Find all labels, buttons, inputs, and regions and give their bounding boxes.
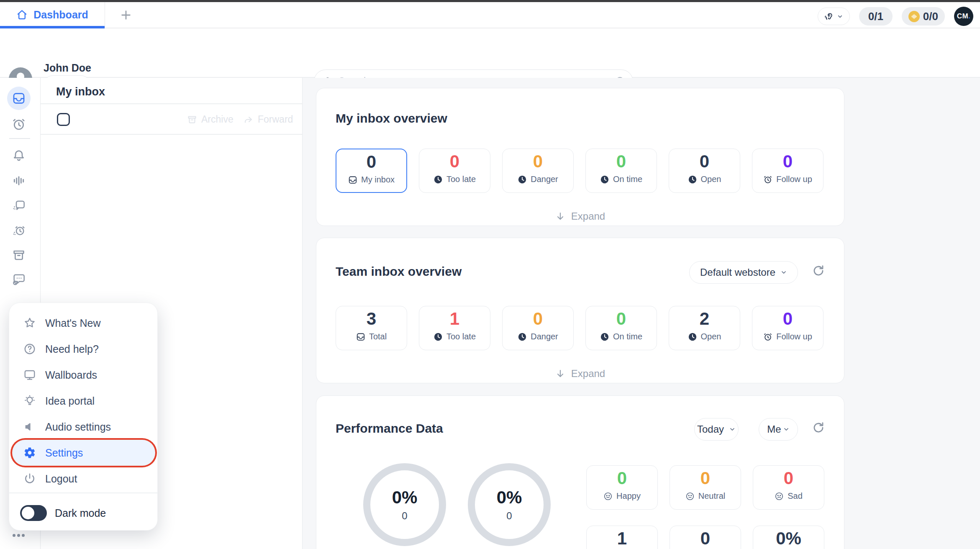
- agent-filter-dropdown[interactable]: Me: [759, 418, 798, 441]
- stat-card-too-late[interactable]: 1Too late: [419, 306, 490, 350]
- refresh-button[interactable]: [812, 264, 825, 277]
- archive-icon: [187, 115, 197, 125]
- meh-icon: [685, 492, 695, 501]
- period-filter-dropdown[interactable]: Today: [694, 418, 739, 441]
- performance-gauge: 0% 0: [468, 463, 551, 546]
- chevron-down-icon: [837, 13, 843, 20]
- stat-card-archived[interactable]: 1Archived: [586, 526, 658, 549]
- sidebar-wave-icon[interactable]: [10, 172, 28, 190]
- sidebar-archive-icon[interactable]: [10, 246, 28, 264]
- team-inbox-overview-card: Team inbox overview Default webstore 3To…: [316, 238, 844, 383]
- stat-card-too-late[interactable]: 0Too late: [419, 149, 490, 193]
- stat-card-on-time[interactable]: 0On time: [585, 149, 657, 193]
- section-title: My inbox overview: [336, 111, 447, 126]
- stat-label: Sad: [788, 491, 803, 501]
- clock-icon: [518, 332, 527, 341]
- home-icon: [16, 9, 28, 21]
- expand-button[interactable]: Expand: [316, 368, 844, 380]
- sidebar-alarm-icon[interactable]: [10, 115, 28, 133]
- forward-button[interactable]: Forward: [244, 104, 293, 135]
- sound-counter-badge[interactable]: 0/0: [902, 7, 945, 26]
- stat-card-follow-up[interactable]: 0Follow up: [752, 149, 824, 193]
- sidebar-inbox-icon[interactable]: [7, 87, 31, 110]
- stat-value: 0: [587, 469, 657, 487]
- listening-mode-dropdown[interactable]: [818, 8, 850, 25]
- stat-card-danger[interactable]: 0Danger: [502, 149, 574, 193]
- forward-label: Forward: [258, 114, 293, 125]
- stat-value: 0: [753, 469, 824, 487]
- power-icon: [23, 472, 36, 485]
- chevron-down-icon: [729, 426, 736, 433]
- dark-mode-toggle[interactable]: [20, 505, 47, 521]
- menu-item-what-s-new[interactable]: What's New: [9, 310, 157, 336]
- stat-card-sad[interactable]: 0Sad: [753, 465, 824, 510]
- gauge-count: 0: [506, 510, 512, 522]
- sidebar-more-button[interactable]: [13, 534, 25, 537]
- stat-card-open[interactable]: 0Open: [669, 149, 740, 193]
- agent-filter-label: Me: [767, 423, 781, 435]
- performance-data-card: Performance Data Today Me 0% 0 0% 0 0Hap…: [316, 395, 844, 549]
- stat-label: Too late: [446, 332, 476, 341]
- stat-value: 0: [586, 310, 657, 328]
- account-avatar[interactable]: CM.: [954, 7, 973, 26]
- stat-card-total[interactable]: 3Total: [336, 306, 407, 350]
- new-tab-button[interactable]: [118, 7, 134, 23]
- stat-card-danger[interactable]: 0Danger: [502, 306, 574, 350]
- profile-popup-menu: What's NewNeed help?WallboardsIdea porta…: [9, 303, 158, 531]
- select-all-checkbox[interactable]: [57, 113, 70, 126]
- my-inbox-overview-card: My inbox overview 0My inbox0Too late0Dan…: [316, 88, 844, 226]
- arrow-down-icon: [555, 369, 565, 379]
- refresh-button[interactable]: [812, 421, 825, 434]
- stat-card-open[interactable]: 2Open: [669, 306, 740, 350]
- sidebar-alarm-person-icon[interactable]: [10, 222, 28, 240]
- stat-card-replied[interactable]: 0Replied: [670, 526, 741, 549]
- toggle-knob: [22, 507, 34, 519]
- stat-label: Happy: [616, 491, 641, 501]
- webstore-filter-dropdown[interactable]: Default webstore: [689, 261, 798, 284]
- alarm-sm-icon: [763, 175, 772, 184]
- menu-item-label: Wallboards: [45, 369, 97, 381]
- stat-value: 0: [752, 152, 823, 171]
- menu-item-label: Logout: [45, 473, 77, 485]
- gauge-percent: 0%: [497, 487, 522, 508]
- clock-icon: [434, 332, 443, 341]
- stat-value: 0: [752, 310, 823, 328]
- stat-label: Neutral: [698, 491, 725, 501]
- stat-value: 0: [419, 152, 490, 171]
- help-icon: [23, 343, 36, 355]
- sidebar-chat-blocked-icon[interactable]: [10, 270, 28, 289]
- listen-counter-badge[interactable]: 0/1: [859, 7, 893, 26]
- tab-dashboard[interactable]: Dashboard: [0, 2, 105, 28]
- listen-counter-value: 0/1: [868, 10, 883, 23]
- stat-value: 0: [336, 153, 406, 171]
- archive-label: Archive: [201, 114, 233, 125]
- menu-item-settings[interactable]: Settings: [12, 440, 155, 466]
- stat-card-follow-up[interactable]: 0Follow up: [752, 306, 824, 350]
- smile-icon: [603, 492, 613, 501]
- sound-wave-icon: [908, 11, 920, 22]
- menu-item-wallboards[interactable]: Wallboards: [9, 362, 157, 388]
- stat-value: 2: [669, 310, 740, 328]
- menu-item-idea-portal[interactable]: Idea portal: [9, 388, 157, 414]
- stat-value: 0%: [753, 529, 824, 548]
- expand-button[interactable]: Expand: [316, 210, 844, 222]
- sidebar-bell-icon[interactable]: [10, 146, 28, 165]
- sidebar-chat-person-icon[interactable]: [10, 197, 28, 215]
- stat-card-on-time[interactable]: 0On time: [585, 306, 657, 350]
- stat-card-my-inbox[interactable]: 0My inbox: [336, 149, 407, 193]
- stat-label: Open: [701, 174, 721, 184]
- arrow-down-icon: [555, 211, 565, 221]
- stat-card-happy[interactable]: 0Happy: [586, 465, 658, 510]
- menu-item-need-help-[interactable]: Need help?: [9, 336, 157, 362]
- stat-card-neutral[interactable]: 0Neutral: [670, 465, 741, 510]
- archive-button[interactable]: Archive: [187, 104, 233, 135]
- stat-value: 0: [586, 152, 657, 171]
- menu-item-label: Audio settings: [45, 421, 111, 433]
- menu-item-logout[interactable]: Logout: [9, 466, 157, 492]
- menu-item-audio-settings[interactable]: Audio settings: [9, 414, 157, 440]
- stat-card-o-time[interactable]: 0%O. Time: [753, 526, 824, 549]
- stat-label: On time: [613, 332, 642, 341]
- expand-label: Expand: [571, 210, 605, 222]
- monitor-icon: [23, 369, 36, 381]
- chevron-down-icon: [780, 269, 787, 276]
